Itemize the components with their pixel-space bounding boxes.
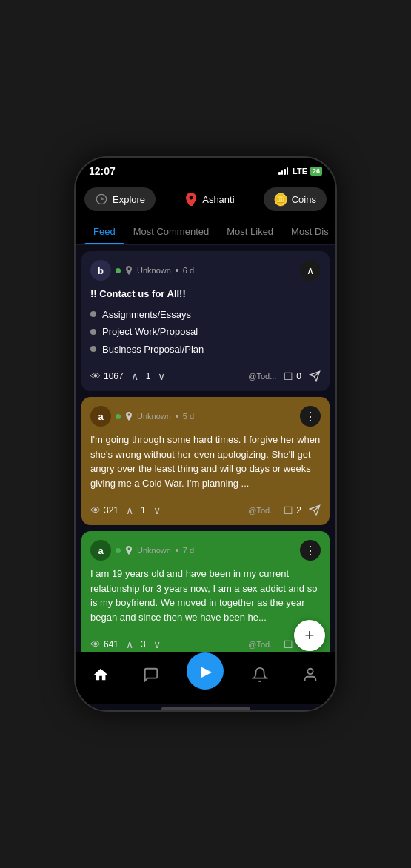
comment-icon-2: ☐ [284, 504, 293, 516]
downvote-button-1[interactable]: ∨ [158, 370, 165, 382]
fab-button[interactable]: + [294, 620, 325, 651]
more-button-2[interactable]: ⋮ [300, 406, 321, 427]
share-button-1[interactable] [309, 370, 321, 382]
home-icon [93, 667, 109, 683]
profile-icon [302, 667, 318, 683]
list-dot-1c [90, 346, 96, 352]
post-actions-1: 👁 1067 ∧ 1 ∨ @Tod... ☐ 0 [90, 364, 321, 382]
downvote-button-3[interactable]: ∨ [153, 638, 161, 650]
eye-icon-2: 👁 [90, 504, 101, 516]
views-count-3: 👁 641 [90, 638, 118, 650]
tab-most-liked[interactable]: Most Liked [218, 218, 282, 244]
share-button-2[interactable] [309, 504, 321, 516]
avatar-1: b [90, 260, 111, 281]
explore-label: Explore [113, 194, 145, 205]
avatar-2: a [90, 406, 111, 427]
comment-icon-3: ☐ [284, 638, 293, 650]
eye-icon-3: 👁 [90, 638, 101, 650]
tabs-bar: Feed Most Commented Most Liked Most Dis [76, 218, 335, 245]
coins-button[interactable]: 🪙 Coins [264, 187, 327, 211]
profile-nav-button[interactable] [295, 660, 325, 690]
post-meta-2: Unknown 5 d [125, 412, 295, 421]
tab-most-commented[interactable]: Most Commented [124, 218, 218, 244]
post-meta-3: Unknown 7 d [125, 546, 295, 555]
meta-dot-1 [176, 269, 178, 272]
post-title-1: !! Contact us for All!! [90, 287, 321, 301]
phone-screen: 12:07 LTE 26 [76, 158, 335, 710]
downvote-icon-2: ∨ [153, 504, 161, 516]
explore-button[interactable]: Explore [84, 187, 156, 211]
eye-icon-1: 👁 [90, 370, 101, 382]
share-icon-2 [309, 504, 321, 516]
chat-icon [143, 667, 159, 683]
tab-most-dis[interactable]: Most Dis [282, 218, 335, 244]
upvote-icon-2: ∧ [126, 504, 133, 516]
bottom-nav: ▶ [76, 652, 335, 704]
tag-2: @Tod... [248, 506, 276, 515]
online-dot-3 [116, 548, 121, 553]
top-nav: Explore Ashanti 🪙 Coins [76, 181, 335, 218]
post-actions-2: 👁 321 ∧ 1 ∨ @Tod... ☐ 2 [90, 498, 321, 516]
upvote-button-2[interactable]: ∧ [126, 504, 133, 516]
location-label: Ashanti [202, 194, 234, 205]
downvote-button-2[interactable]: ∨ [153, 504, 161, 516]
post-content-1: !! Contact us for All!! Assignments/Essa… [90, 287, 321, 356]
views-count-2: 👁 321 [90, 504, 118, 516]
lte-label: LTE [293, 167, 307, 176]
play-nav-button[interactable]: ▶ [187, 652, 224, 690]
list-dot-1a [90, 311, 96, 317]
svg-point-9 [307, 669, 313, 674]
post-header-2: a Unknown 5 d ⋮ [90, 406, 321, 427]
tab-feed[interactable]: Feed [84, 218, 124, 244]
tag-3: @Tod... [248, 640, 276, 649]
collapse-button-1[interactable]: ∧ [300, 260, 321, 281]
location-icon-2 [125, 412, 133, 421]
upvote-button-3[interactable]: ∧ [126, 638, 133, 650]
status-time: 12:07 [89, 165, 116, 177]
coins-label: Coins [292, 194, 316, 205]
avatar-3: a [90, 540, 111, 561]
post-content-2: I'm going through some hard times. I for… [90, 433, 321, 490]
location-pin-icon [184, 193, 198, 206]
downvote-icon-3: ∨ [153, 638, 161, 650]
chat-nav-button[interactable] [136, 660, 166, 690]
post-actions-3: 👁 641 ∧ 3 ∨ @Tod... ☐ 7 [90, 632, 321, 650]
home-indicator [161, 707, 250, 710]
meta-dot-3 [176, 549, 178, 552]
explore-icon [95, 193, 108, 206]
list-dot-1b [90, 329, 96, 335]
phone-frame: 12:07 LTE 26 [74, 156, 337, 712]
post-list-item-3: Business Proposal/Plan [90, 342, 321, 357]
play-icon: ▶ [201, 662, 212, 680]
bell-nav-button[interactable] [245, 660, 275, 690]
comment-button-1[interactable]: ☐ 0 [284, 370, 301, 382]
comment-icon-1: ☐ [284, 370, 293, 382]
post-header-1: b Unknown 6 d ∧ [90, 260, 321, 281]
post-list-item-2: Project Work/Proposal [90, 324, 321, 339]
share-icon-1 [309, 370, 321, 382]
comment-button-2[interactable]: ☐ 2 [284, 504, 301, 516]
coins-icon: 🪙 [274, 193, 287, 206]
post-card-2: a Unknown 5 d ⋮ I'm going through some h… [81, 397, 330, 525]
battery-badge: 26 [310, 167, 322, 176]
upvote-icon-1: ∧ [131, 370, 138, 382]
post-content-3: I am 19 years old and have been in my cu… [90, 567, 321, 624]
status-bar: 12:07 LTE 26 [76, 158, 335, 181]
downvote-icon-1: ∨ [158, 370, 165, 382]
home-nav-button[interactable] [86, 660, 116, 690]
more-button-3[interactable]: ⋮ [300, 540, 321, 561]
meta-dot-2 [176, 415, 178, 418]
upvote-button-1[interactable]: ∧ [131, 370, 138, 382]
online-dot-1 [116, 268, 121, 273]
status-icons: LTE 26 [278, 167, 322, 176]
upvote-icon-3: ∧ [126, 638, 133, 650]
tag-1: @Tod... [248, 372, 276, 381]
post-list-item-1: Assignments/Essays [90, 307, 321, 322]
post-meta-1: Unknown 6 d [125, 266, 295, 275]
online-dot-2 [116, 414, 121, 419]
post-header-3: a Unknown 7 d ⋮ [90, 540, 321, 561]
location-icon-1 [125, 266, 133, 275]
feed-content: b Unknown 6 d ∧ [76, 245, 335, 652]
location-button[interactable]: Ashanti [174, 187, 244, 211]
post-card-3: a Unknown 7 d ⋮ I am 19 years old and ha… [81, 531, 330, 652]
